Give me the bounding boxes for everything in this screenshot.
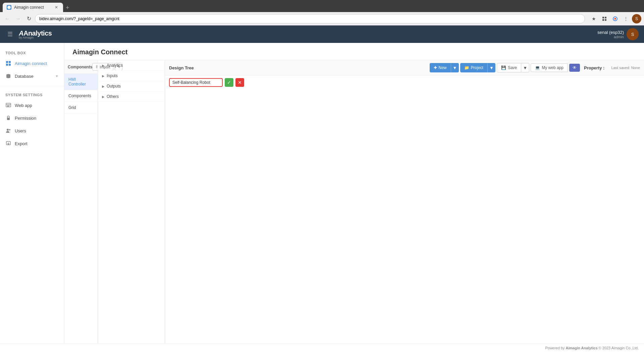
toolbox-label: Tool box (0, 48, 64, 56)
back-button[interactable]: ← (3, 14, 12, 23)
svg-rect-1 (602, 17, 604, 18)
cancel-button[interactable]: ✕ (235, 78, 244, 87)
components-header: Components ⇧ Import ✎ (64, 60, 98, 74)
project-button[interactable]: 📁 Project (460, 63, 487, 72)
svg-rect-8 (9, 61, 11, 63)
sidebar-item-web-app[interactable]: Web app (0, 100, 64, 111)
eye-icon: 👁 (573, 65, 577, 70)
comp-item-grid[interactable]: Grid (64, 102, 98, 114)
reload-button[interactable]: ↻ (24, 14, 34, 23)
web-icon (5, 102, 11, 108)
chevron-right-icon: ▶ (102, 74, 105, 78)
sidebar-item-users[interactable]: Users (0, 125, 64, 136)
sidebar-item-database[interactable]: Database ▼ (0, 70, 64, 82)
browser-toolbar: ← → ↻ ★ ⋮ S (0, 12, 644, 25)
user-role: admin (597, 35, 624, 39)
svg-point-18 (9, 129, 10, 130)
svg-rect-7 (6, 61, 8, 63)
footer-brand: Aimagin Analytics (566, 346, 598, 350)
lock-icon (5, 115, 11, 121)
tree-item-outputs[interactable]: ▶ Outputs (98, 81, 165, 92)
user-info: senal (esp32) admin (597, 30, 624, 39)
footer: Powered by Aimagin Analytics © 2023 Aima… (0, 344, 644, 352)
chevron-right-icon: ▶ (102, 95, 105, 99)
save-icon: 💾 (501, 65, 506, 70)
svg-rect-10 (9, 64, 11, 66)
svg-rect-3 (602, 19, 604, 21)
last-saved-label: Last saved: None (611, 66, 640, 70)
sidebar-item-aimagin-connect[interactable]: Aimagin connect (0, 58, 64, 69)
tree-item-analytics[interactable]: ▶ Analytics (98, 60, 165, 71)
tree-item-inputs[interactable]: ▶ Inputs (98, 71, 165, 81)
tab-favicon (7, 5, 11, 10)
save-button-group: 💾 Save ▼ (497, 63, 529, 72)
sidebar-divider (0, 86, 64, 86)
project-button-group: 📁 Project ▼ (460, 63, 495, 72)
top-nav-right: senal (esp32) admin S (597, 28, 639, 40)
user-avatar[interactable]: S (627, 28, 639, 40)
forward-button[interactable]: → (13, 14, 23, 23)
db-icon (5, 73, 11, 79)
name-input-row: ✓ ✕ (165, 75, 644, 90)
system-settings-label: System settings (0, 90, 64, 98)
monitor-icon: 💻 (535, 65, 540, 70)
chrome-icon[interactable] (610, 14, 620, 23)
chevron-down-icon: ▼ (55, 74, 59, 78)
toolbar-icons: ★ ⋮ S (589, 14, 641, 23)
plus-icon: ✚ (434, 65, 437, 70)
components-panel: Components ⇧ Import ✎ HMI C (64, 60, 98, 344)
active-tab[interactable]: Aimagin connect ✕ (3, 3, 63, 12)
my-web-app-button-group: 💻 My web app (531, 63, 568, 72)
sidebar-item-label: Permission (15, 116, 36, 121)
profile-avatar[interactable]: S (632, 14, 641, 23)
design-tree-panel: Design Tree ✚ New ▼ (165, 60, 644, 344)
preview-button[interactable]: 👁 (569, 64, 580, 72)
design-tree-header: Design Tree ✚ New ▼ (165, 60, 644, 75)
content-area: Aimagin Connect Components ⇧ Import (64, 43, 644, 344)
sidebar-item-label: Web app (15, 103, 32, 108)
folder-icon: 📁 (464, 65, 469, 70)
project-dropdown-button[interactable]: ▼ (487, 63, 495, 72)
sidebar-item-export[interactable]: Export (0, 138, 64, 149)
tab-close-button[interactable]: ✕ (54, 5, 59, 10)
app-container: ☰ AAnalytics by Aimagin senal (esp32) ad… (0, 25, 644, 352)
logo: AAnalytics by Aimagin (19, 30, 52, 39)
property-label: Property : (584, 65, 604, 70)
sidebar: Tool box Aimagin connect Database ▼ (0, 43, 64, 344)
comp-item-hmi[interactable]: HMI Controller (64, 74, 98, 90)
new-button[interactable]: ✚ New (430, 63, 451, 72)
save-button[interactable]: 💾 Save (497, 63, 521, 72)
my-web-app-button[interactable]: 💻 My web app (531, 63, 568, 72)
svg-rect-16 (7, 118, 10, 120)
sidebar-item-permission[interactable]: Permission (0, 112, 64, 124)
new-button-group: ✚ New ▼ (430, 63, 459, 72)
new-tab-button[interactable]: + (63, 3, 72, 12)
extensions-icon[interactable] (600, 14, 609, 23)
svg-rect-4 (605, 19, 606, 21)
comp-item-components[interactable]: Components (64, 90, 98, 102)
bookmark-icon[interactable]: ★ (589, 14, 598, 23)
main-content: Tool box Aimagin connect Database ▼ (0, 43, 644, 344)
tab-title: Aimagin connect (14, 5, 44, 10)
page-title: Aimagin Connect (72, 48, 636, 56)
address-bar[interactable] (35, 14, 585, 23)
svg-point-17 (7, 129, 9, 131)
hamburger-menu[interactable]: ☰ (5, 31, 15, 38)
sidebar-item-label: Database (15, 74, 34, 79)
more-icon[interactable]: ⋮ (621, 14, 631, 23)
svg-rect-2 (605, 17, 606, 18)
user-name: senal (esp32) (597, 30, 624, 35)
svg-point-0 (7, 6, 11, 9)
design-tree-actions: ✚ New ▼ 📁 Project (430, 63, 640, 72)
tree-item-others[interactable]: ▶ Others (98, 92, 165, 102)
export-icon (5, 140, 11, 146)
middle-section: ▶ Analytics ▶ Inputs ▶ Outputs ▶ (98, 60, 165, 344)
name-input[interactable] (169, 78, 223, 87)
save-dropdown-button[interactable]: ▼ (521, 63, 529, 72)
sidebar-item-label: Users (15, 128, 26, 133)
app-icon (5, 60, 11, 66)
sidebar-item-label: Export (15, 141, 28, 146)
components-title: Components (68, 65, 92, 69)
new-dropdown-button[interactable]: ▼ (451, 63, 459, 72)
confirm-button[interactable]: ✓ (225, 78, 233, 87)
